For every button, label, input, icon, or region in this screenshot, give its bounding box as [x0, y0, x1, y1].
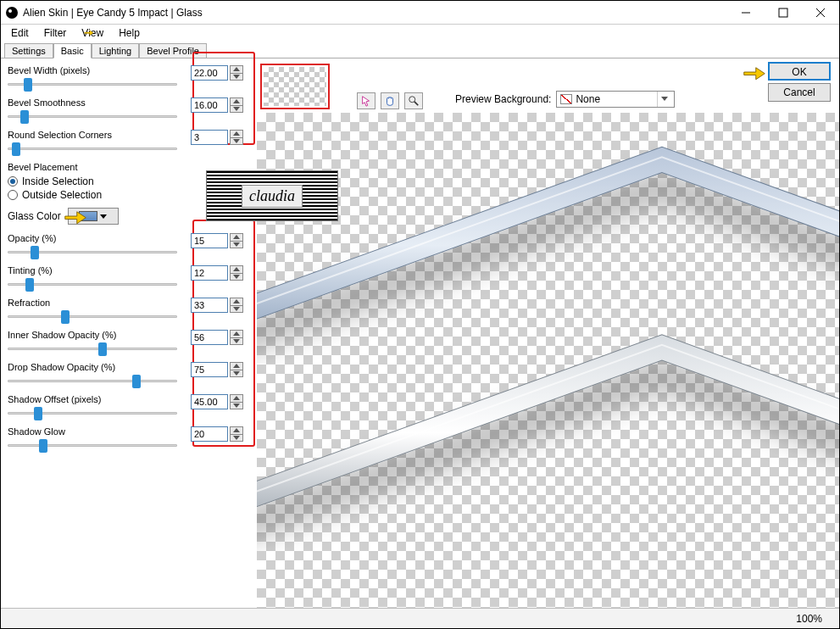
pointer-annotation-color	[64, 207, 87, 225]
shadow-offset-slider[interactable]	[8, 406, 177, 421]
close-button[interactable]	[802, 1, 839, 25]
shadow-glow-input[interactable]	[191, 426, 228, 442]
bevel-smoothness-row: Bevel Smoothness	[8, 97, 252, 125]
round-corners-spinner[interactable]	[230, 130, 243, 145]
bevel-width-slider[interactable]	[8, 77, 177, 92]
shadow-glow-row: Shadow Glow	[8, 426, 252, 454]
menubar: Edit Filter View Help	[1, 25, 839, 42]
glass-color-button[interactable]	[68, 208, 119, 225]
shadow-offset-input[interactable]	[191, 394, 228, 409]
shadow-offset-row: Shadow Offset (pixels)	[8, 394, 252, 421]
round-corners-input[interactable]	[191, 130, 228, 145]
tabrow: Settings Basic Lighting Bevel Profile	[1, 42, 839, 58]
bevel-smoothness-slider[interactable]	[8, 109, 177, 125]
watermark-text: claudia	[242, 185, 303, 208]
inner-shadow-row: Inner Shadow Opacity (%)	[8, 330, 252, 357]
drop-shadow-slider[interactable]	[8, 374, 177, 389]
preview-area	[257, 58, 839, 608]
tinting-row: Tinting (%)	[8, 265, 252, 292]
round-corners-row: Round Selection Corners	[8, 130, 252, 157]
shadow-glow-spinner[interactable]	[230, 426, 243, 442]
glass-effect-preview	[257, 113, 839, 608]
refraction-input[interactable]	[191, 298, 228, 313]
opacity-input[interactable]	[191, 233, 228, 248]
bevel-width-row: Bevel Width (pixels)	[8, 65, 252, 92]
dialog-buttons: OK Cancel	[768, 62, 831, 102]
preview-canvas[interactable]	[257, 113, 839, 608]
refraction-spinner[interactable]	[230, 298, 243, 313]
tab-settings[interactable]: Settings	[4, 43, 53, 58]
menu-edit[interactable]: Edit	[4, 25, 36, 41]
refraction-slider[interactable]	[8, 309, 177, 325]
tab-basic[interactable]: Basic	[53, 43, 92, 58]
opacity-spinner[interactable]	[230, 233, 243, 248]
bevel-width-spinner[interactable]	[230, 65, 243, 81]
menu-help[interactable]: Help	[112, 25, 147, 41]
pointer-annotation-ok	[743, 63, 766, 81]
tab-bevel-profile[interactable]: Bevel Profile	[139, 43, 207, 58]
cancel-button[interactable]: Cancel	[768, 83, 831, 102]
ok-button[interactable]: OK	[768, 62, 831, 81]
pointer-annotation-menu	[77, 23, 101, 42]
tinting-input[interactable]	[191, 265, 228, 281]
minimize-button[interactable]	[727, 1, 765, 25]
bevel-smoothness-spinner[interactable]	[230, 97, 243, 113]
inner-shadow-input[interactable]	[191, 330, 228, 345]
chevron-down-icon	[100, 214, 107, 219]
window-title: Alien Skin | Eye Candy 5 Impact | Glass	[23, 7, 727, 19]
bevel-smoothness-input[interactable]	[191, 97, 228, 113]
shadow-glow-slider[interactable]	[8, 438, 177, 454]
inner-shadow-slider[interactable]	[8, 342, 177, 357]
app-icon	[6, 7, 18, 19]
maximize-button[interactable]	[765, 1, 802, 25]
tinting-spinner[interactable]	[230, 265, 243, 281]
titlebar: Alien Skin | Eye Candy 5 Impact | Glass	[1, 1, 839, 25]
refraction-row: Refraction	[8, 298, 252, 325]
watermark: claudia	[206, 170, 338, 221]
drop-shadow-row: Drop Shadow Opacity (%)	[8, 362, 252, 389]
drop-shadow-spinner[interactable]	[230, 362, 243, 377]
controls-panel: Bevel Width (pixels) Bevel Smoothness Ro…	[1, 58, 257, 608]
menu-filter[interactable]: Filter	[37, 25, 74, 41]
statusbar: 100%	[1, 608, 839, 628]
tab-lighting[interactable]: Lighting	[92, 43, 140, 58]
glass-color-label: Glass Color	[8, 210, 61, 222]
bevel-width-input[interactable]	[191, 65, 228, 81]
round-corners-slider[interactable]	[8, 142, 177, 157]
inner-shadow-spinner[interactable]	[230, 330, 243, 345]
tinting-slider[interactable]	[8, 277, 177, 292]
svg-rect-1	[779, 8, 787, 17]
opacity-slider[interactable]	[8, 245, 177, 260]
opacity-row: Opacity (%)	[8, 233, 252, 260]
shadow-offset-spinner[interactable]	[230, 394, 243, 409]
drop-shadow-input[interactable]	[191, 362, 228, 377]
zoom-level: 100%	[796, 613, 822, 625]
